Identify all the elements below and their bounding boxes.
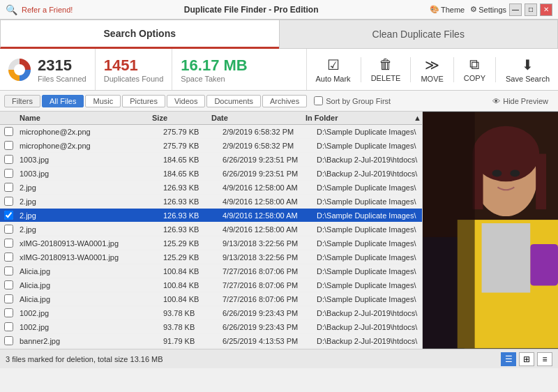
row-checkbox[interactable] xyxy=(4,266,13,276)
documents-button[interactable]: Documents xyxy=(206,95,261,107)
delete-button[interactable]: 🗑 DELETE xyxy=(363,54,409,85)
header-folder[interactable]: In Folder xyxy=(303,114,411,122)
row-checkbox[interactable] xyxy=(4,197,13,206)
row-date: 4/9/2016 12:58:00 AM xyxy=(220,197,314,206)
row-checkbox[interactable] xyxy=(4,169,13,178)
table-row[interactable]: 2.jpg126.93 KB4/9/2016 12:58:00 AMD:\Sam… xyxy=(0,223,422,236)
sort-group-checkbox[interactable] xyxy=(314,96,323,105)
move-button[interactable]: ≫ MOVE xyxy=(412,54,451,86)
main-content: Name Size Date In Folder ▲ microphone@2x… xyxy=(0,112,558,349)
row-checkbox-cell[interactable] xyxy=(0,224,17,234)
files-scanned-block: 2315 Files Scanned xyxy=(38,56,86,83)
all-files-button[interactable]: All Files xyxy=(42,95,84,107)
row-folder: D:\Sample Duplicate Images\ xyxy=(314,294,422,304)
row-folder: D:\Backup 2-Jul-2019\htdocs\ xyxy=(314,308,422,318)
row-name: microphone@2x.png xyxy=(17,141,160,151)
header-name[interactable]: Name xyxy=(17,114,149,122)
table-row[interactable]: 1002.jpg93.78 KB6/26/2019 9:23:43 PMD:\B… xyxy=(0,320,422,334)
row-checkbox[interactable] xyxy=(4,127,13,136)
table-row[interactable]: 2.jpg126.93 KB4/9/2016 12:58:00 AMD:\Sam… xyxy=(0,195,422,209)
row-checkbox[interactable] xyxy=(4,141,13,150)
row-checkbox-cell[interactable] xyxy=(0,266,17,276)
maximize-button[interactable]: □ xyxy=(525,3,537,16)
grid-view-button[interactable]: ⊞ xyxy=(519,352,534,366)
filters-button[interactable]: Filters xyxy=(4,95,40,107)
table-row[interactable]: Alicia.jpg100.84 KB7/27/2016 8:07:06 PMD… xyxy=(0,292,422,306)
row-checkbox[interactable] xyxy=(4,308,13,317)
row-checkbox[interactable] xyxy=(4,252,13,262)
hide-preview-button[interactable]: 👁 Hide Preview xyxy=(487,96,554,107)
row-checkbox[interactable] xyxy=(4,280,13,289)
videos-button[interactable]: Videos xyxy=(167,95,205,107)
details-view-button[interactable]: ≡ xyxy=(537,352,552,366)
row-checkbox[interactable] xyxy=(4,155,13,164)
row-checkbox[interactable] xyxy=(4,183,13,192)
toolbar-divider-1 xyxy=(361,57,361,82)
pictures-button[interactable]: Pictures xyxy=(122,95,165,107)
row-name: 2.jpg xyxy=(17,197,160,206)
row-checkbox-cell[interactable] xyxy=(0,210,17,220)
row-checkbox-cell[interactable] xyxy=(0,294,17,304)
close-button[interactable]: ✕ xyxy=(540,3,552,16)
row-checkbox-cell[interactable] xyxy=(0,196,17,206)
table-row[interactable]: microphone@2x.png275.79 KB2/9/2019 6:58:… xyxy=(0,139,422,153)
duplicates-number: 1451 xyxy=(104,56,164,75)
svg-rect-13 xyxy=(482,223,531,292)
row-name: 1002.jpg xyxy=(17,308,160,318)
table-row[interactable]: Alicia.jpg100.84 KB7/27/2016 8:07:06 PMD… xyxy=(0,278,422,292)
header-date[interactable]: Date xyxy=(209,114,303,122)
row-checkbox[interactable] xyxy=(4,239,13,248)
save-search-button[interactable]: ⬇ Save Search xyxy=(497,54,558,86)
row-checkbox-cell[interactable] xyxy=(0,322,17,332)
row-checkbox-cell[interactable] xyxy=(0,238,17,248)
row-date: 6/25/2019 4:13:53 PM xyxy=(220,336,314,346)
table-row[interactable]: microphone@2x.png275.79 KB2/9/2019 6:58:… xyxy=(0,125,422,139)
row-date: 7/27/2016 8:07:06 PM xyxy=(220,294,314,304)
table-row[interactable]: banner2.jpg91.79 KB6/25/2019 4:13:53 PMD… xyxy=(0,348,422,349)
row-checkbox[interactable] xyxy=(4,336,13,345)
table-row[interactable]: xIMG-20180913-WA0001.jpg125.29 KB9/13/20… xyxy=(0,236,422,250)
row-date: 7/27/2016 8:07:06 PM xyxy=(220,266,314,276)
table-row[interactable]: 2.jpg126.93 KB4/9/2016 12:58:00 AMD:\Sam… xyxy=(0,209,422,223)
table-row[interactable]: 2.jpg126.93 KB4/9/2016 12:58:00 AMD:\Sam… xyxy=(0,181,422,195)
tab-clean-duplicates[interactable]: Clean Duplicate Files xyxy=(279,20,559,49)
table-row[interactable]: Alicia.jpg100.84 KB7/27/2016 8:07:06 PMD… xyxy=(0,264,422,278)
auto-mark-button[interactable]: ☑ Auto Mark xyxy=(307,54,359,86)
row-checkbox-cell[interactable] xyxy=(0,336,17,346)
row-size: 125.29 KB xyxy=(160,252,220,262)
archives-button[interactable]: Archives xyxy=(262,95,307,107)
theme-button[interactable]: 🎨 Theme xyxy=(430,5,465,14)
settings-button[interactable]: ⚙ Settings xyxy=(470,5,506,14)
sort-by-group-check[interactable]: Sort by Group First xyxy=(314,96,391,105)
row-checkbox-cell[interactable] xyxy=(0,252,17,262)
row-checkbox-cell[interactable] xyxy=(0,168,17,179)
row-date: 4/9/2016 12:58:00 AM xyxy=(220,211,314,220)
row-date: 6/26/2019 9:23:51 PM xyxy=(220,169,314,179)
table-row[interactable]: 1002.jpg93.78 KB6/26/2019 9:23:43 PMD:\B… xyxy=(0,306,422,320)
row-checkbox[interactable] xyxy=(4,322,13,331)
table-row[interactable]: 1003.jpg184.65 KB6/26/2019 9:23:51 PMD:\… xyxy=(0,153,422,167)
list-body[interactable]: microphone@2x.png275.79 KB2/9/2019 6:58:… xyxy=(0,125,422,349)
row-date: 2/9/2019 6:58:32 PM xyxy=(220,141,314,151)
tab-search-options[interactable]: Search Options xyxy=(0,20,279,49)
header-size[interactable]: Size xyxy=(149,114,209,122)
row-checkbox-cell[interactable] xyxy=(0,308,17,318)
row-checkbox[interactable] xyxy=(4,225,13,234)
row-checkbox-cell[interactable] xyxy=(0,280,17,290)
row-checkbox[interactable] xyxy=(4,211,13,220)
refer-friend-link[interactable]: Refer a Friend! xyxy=(22,6,73,14)
table-row[interactable]: 1003.jpg184.65 KB6/26/2019 9:23:51 PMD:\… xyxy=(0,167,422,181)
row-date: 2/9/2019 6:58:32 PM xyxy=(220,127,314,137)
table-row[interactable]: banner2.jpg91.79 KB6/25/2019 4:13:53 PMD… xyxy=(0,334,422,348)
table-row[interactable]: xIMG-20180913-WA0001.jpg125.29 KB9/13/20… xyxy=(0,250,422,264)
minimize-button[interactable]: — xyxy=(509,3,522,16)
copy-button[interactable]: ⧉ COPY xyxy=(455,54,494,85)
row-checkbox-cell[interactable] xyxy=(0,126,17,137)
row-checkbox[interactable] xyxy=(4,294,13,303)
row-checkbox-cell[interactable] xyxy=(0,140,17,151)
row-checkbox-cell[interactable] xyxy=(0,154,17,165)
row-checkbox-cell[interactable] xyxy=(0,182,17,193)
duplicates-block: 1451 Duplicates Found xyxy=(104,56,164,83)
list-view-button[interactable]: ☰ xyxy=(501,352,516,366)
music-button[interactable]: Music xyxy=(85,95,121,107)
